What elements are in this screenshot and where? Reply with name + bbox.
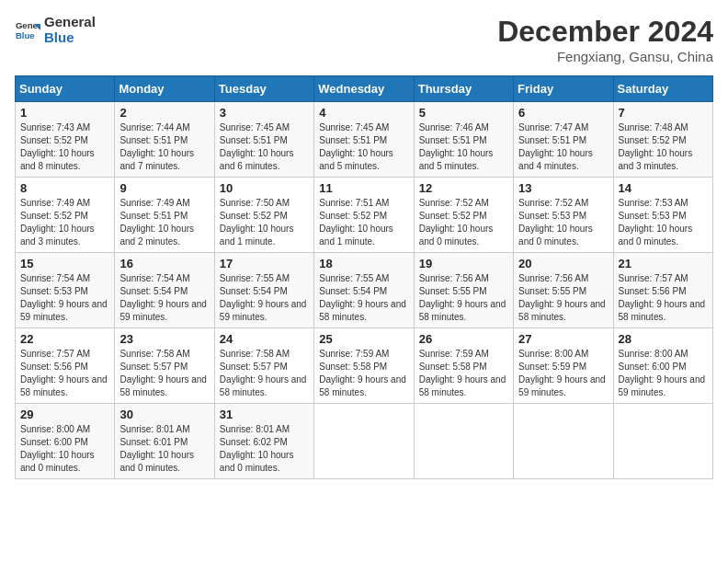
- day-number: 14: [619, 181, 708, 195]
- calendar-cell: 23 Sunrise: 7:58 AMSunset: 5:57 PMDaylig…: [115, 328, 214, 404]
- calendar-cell: 3 Sunrise: 7:45 AMSunset: 5:51 PMDayligh…: [214, 102, 313, 178]
- day-info: Sunrise: 8:01 AMSunset: 6:02 PMDaylight:…: [220, 424, 294, 473]
- day-info: Sunrise: 7:51 AMSunset: 5:52 PMDaylight:…: [319, 198, 393, 247]
- calendar-week-5: 29 Sunrise: 8:00 AMSunset: 6:00 PMDaylig…: [16, 404, 713, 479]
- day-number: 10: [220, 181, 309, 195]
- day-number: 13: [518, 181, 608, 195]
- title-block: December 2024 Fengxiang, Gansu, China: [497, 15, 713, 64]
- calendar-cell: 20 Sunrise: 7:56 AMSunset: 5:55 PMDaylig…: [514, 253, 613, 328]
- day-number: 11: [319, 181, 408, 195]
- day-number: 29: [20, 408, 109, 421]
- calendar-cell: [414, 404, 513, 479]
- day-info: Sunrise: 7:59 AMSunset: 5:58 PMDaylight:…: [319, 349, 406, 397]
- day-number: 12: [419, 181, 508, 195]
- day-info: Sunrise: 7:55 AMSunset: 5:54 PMDaylight:…: [220, 273, 307, 322]
- day-number: 18: [319, 257, 408, 270]
- calendar-cell: [314, 404, 414, 479]
- weekday-header-saturday: Saturday: [613, 76, 712, 102]
- day-info: Sunrise: 7:54 AMSunset: 5:54 PMDaylight:…: [119, 273, 207, 322]
- svg-text:Blue: Blue: [16, 29, 35, 40]
- day-info: Sunrise: 8:00 AMSunset: 6:00 PMDaylight:…: [619, 349, 706, 397]
- day-info: Sunrise: 7:57 AMSunset: 5:56 PMDaylight:…: [619, 273, 706, 322]
- calendar-cell: 19 Sunrise: 7:56 AMSunset: 5:55 PMDaylig…: [414, 253, 513, 328]
- day-number: 6: [518, 106, 608, 120]
- day-info: Sunrise: 7:45 AMSunset: 5:51 PMDaylight:…: [220, 122, 294, 171]
- day-number: 20: [518, 257, 608, 270]
- day-info: Sunrise: 7:46 AMSunset: 5:51 PMDaylight:…: [419, 122, 494, 171]
- calendar-cell: 13 Sunrise: 7:52 AMSunset: 5:53 PMDaylig…: [514, 178, 613, 253]
- logo-icon: General Blue: [15, 17, 40, 43]
- day-info: Sunrise: 7:43 AMSunset: 5:52 PMDaylight:…: [20, 122, 95, 171]
- day-number: 26: [419, 332, 508, 346]
- calendar-week-1: 1 Sunrise: 7:43 AMSunset: 5:52 PMDayligh…: [16, 102, 713, 178]
- month-title: December 2024: [497, 15, 713, 49]
- calendar-cell: 14 Sunrise: 7:53 AMSunset: 5:53 PMDaylig…: [613, 178, 712, 253]
- calendar-cell: 12 Sunrise: 7:52 AMSunset: 5:52 PMDaylig…: [414, 178, 513, 253]
- calendar-week-4: 22 Sunrise: 7:57 AMSunset: 5:56 PMDaylig…: [16, 328, 713, 404]
- logo-general: General: [44, 15, 96, 30]
- calendar-cell: 7 Sunrise: 7:48 AMSunset: 5:52 PMDayligh…: [613, 102, 712, 178]
- day-info: Sunrise: 7:48 AMSunset: 5:52 PMDaylight:…: [619, 122, 693, 171]
- day-number: 21: [619, 257, 708, 270]
- calendar-cell: 17 Sunrise: 7:55 AMSunset: 5:54 PMDaylig…: [214, 253, 313, 328]
- day-number: 30: [119, 408, 209, 421]
- day-info: Sunrise: 7:59 AMSunset: 5:58 PMDaylight:…: [419, 349, 506, 397]
- day-info: Sunrise: 8:00 AMSunset: 6:00 PMDaylight:…: [20, 424, 95, 473]
- calendar-cell: [514, 404, 613, 479]
- day-number: 19: [419, 257, 508, 270]
- day-info: Sunrise: 7:49 AMSunset: 5:52 PMDaylight:…: [20, 198, 95, 247]
- day-info: Sunrise: 7:52 AMSunset: 5:53 PMDaylight:…: [518, 198, 593, 247]
- day-number: 5: [419, 106, 508, 120]
- logo: General Blue General Blue: [15, 15, 96, 45]
- weekday-header-sunday: Sunday: [16, 76, 115, 102]
- day-number: 4: [319, 106, 408, 120]
- day-info: Sunrise: 7:53 AMSunset: 5:53 PMDaylight:…: [619, 198, 693, 247]
- day-number: 17: [220, 257, 309, 270]
- day-info: Sunrise: 8:00 AMSunset: 5:59 PMDaylight:…: [518, 349, 606, 397]
- weekday-header-monday: Monday: [115, 76, 214, 102]
- day-info: Sunrise: 7:49 AMSunset: 5:51 PMDaylight:…: [119, 198, 194, 247]
- day-info: Sunrise: 7:54 AMSunset: 5:53 PMDaylight:…: [20, 273, 108, 322]
- calendar-cell: 10 Sunrise: 7:50 AMSunset: 5:52 PMDaylig…: [214, 178, 313, 253]
- calendar-cell: 8 Sunrise: 7:49 AMSunset: 5:52 PMDayligh…: [16, 178, 115, 253]
- logo-blue: Blue: [44, 30, 96, 46]
- calendar-cell: 31 Sunrise: 8:01 AMSunset: 6:02 PMDaylig…: [214, 404, 313, 479]
- day-info: Sunrise: 7:56 AMSunset: 5:55 PMDaylight:…: [419, 273, 506, 322]
- calendar-cell: 9 Sunrise: 7:49 AMSunset: 5:51 PMDayligh…: [115, 178, 214, 253]
- day-info: Sunrise: 7:56 AMSunset: 5:55 PMDaylight:…: [518, 273, 606, 322]
- calendar-cell: [613, 404, 712, 479]
- calendar-week-3: 15 Sunrise: 7:54 AMSunset: 5:53 PMDaylig…: [16, 253, 713, 328]
- calendar-cell: 21 Sunrise: 7:57 AMSunset: 5:56 PMDaylig…: [613, 253, 712, 328]
- calendar-table: SundayMondayTuesdayWednesdayThursdayFrid…: [15, 75, 713, 479]
- day-number: 27: [518, 332, 608, 346]
- day-number: 7: [619, 106, 708, 120]
- weekday-header-thursday: Thursday: [414, 76, 513, 102]
- day-info: Sunrise: 8:01 AMSunset: 6:01 PMDaylight:…: [119, 424, 194, 473]
- weekday-header-friday: Friday: [514, 76, 613, 102]
- calendar-cell: 24 Sunrise: 7:58 AMSunset: 5:57 PMDaylig…: [214, 328, 313, 404]
- day-info: Sunrise: 7:45 AMSunset: 5:51 PMDaylight:…: [319, 122, 393, 171]
- weekday-header-wednesday: Wednesday: [314, 76, 414, 102]
- day-number: 15: [20, 257, 109, 270]
- day-info: Sunrise: 7:55 AMSunset: 5:54 PMDaylight:…: [319, 273, 406, 322]
- day-number: 8: [20, 181, 109, 195]
- day-number: 24: [220, 332, 309, 346]
- day-info: Sunrise: 7:47 AMSunset: 5:51 PMDaylight:…: [518, 122, 593, 171]
- page-header: General Blue General Blue December 2024 …: [15, 15, 713, 64]
- day-info: Sunrise: 7:44 AMSunset: 5:51 PMDaylight:…: [119, 122, 194, 171]
- location: Fengxiang, Gansu, China: [497, 49, 713, 64]
- day-info: Sunrise: 7:58 AMSunset: 5:57 PMDaylight:…: [119, 349, 207, 397]
- day-number: 2: [119, 106, 209, 120]
- day-number: 31: [220, 408, 309, 421]
- day-number: 25: [319, 332, 408, 346]
- calendar-cell: 2 Sunrise: 7:44 AMSunset: 5:51 PMDayligh…: [115, 102, 214, 178]
- day-number: 1: [20, 106, 109, 120]
- calendar-cell: 28 Sunrise: 8:00 AMSunset: 6:00 PMDaylig…: [613, 328, 712, 404]
- calendar-cell: 25 Sunrise: 7:59 AMSunset: 5:58 PMDaylig…: [314, 328, 414, 404]
- calendar-cell: 16 Sunrise: 7:54 AMSunset: 5:54 PMDaylig…: [115, 253, 214, 328]
- day-info: Sunrise: 7:58 AMSunset: 5:57 PMDaylight:…: [220, 349, 307, 397]
- calendar-cell: 15 Sunrise: 7:54 AMSunset: 5:53 PMDaylig…: [16, 253, 115, 328]
- calendar-cell: 6 Sunrise: 7:47 AMSunset: 5:51 PMDayligh…: [514, 102, 613, 178]
- calendar-cell: 30 Sunrise: 8:01 AMSunset: 6:01 PMDaylig…: [115, 404, 214, 479]
- day-number: 9: [119, 181, 209, 195]
